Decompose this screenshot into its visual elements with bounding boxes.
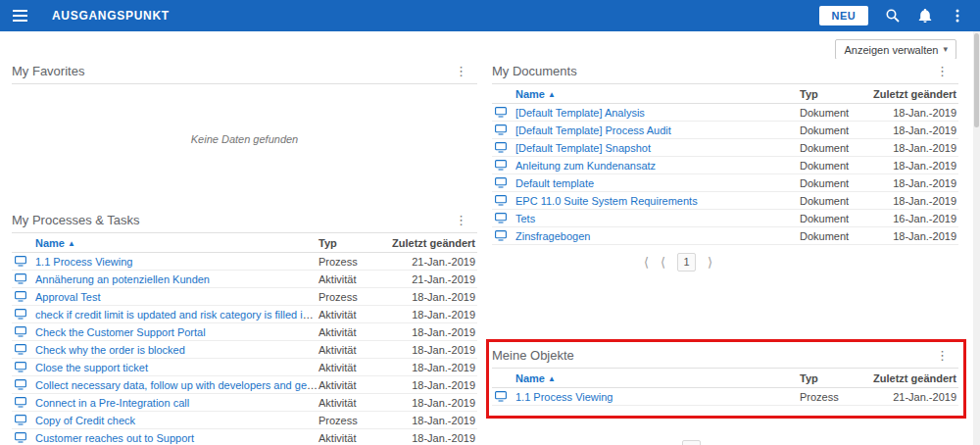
item-modified-date: 18-Jan.-2019 [868,124,958,136]
table-row[interactable]: Default template Dokument 18-Jan.-2019 [492,174,958,192]
objects-panel: Meine Objekte ⋮ Name▲ Typ Zuletzt geände… [492,343,958,406]
item-type: Aktivität [318,344,387,356]
model-monitor-icon [12,326,35,337]
item-name-link[interactable]: Annäherung an potenziellen Kunden [35,273,210,285]
item-modified-date: 18-Jan.-2019 [387,362,477,373]
model-monitor-icon [492,177,515,188]
table-row[interactable]: Connect in a Pre-Integration call Aktivi… [12,394,477,412]
typ-column-header[interactable]: Typ [318,237,387,249]
documents-table-body: [Default Template] Analysis Dokument 18-… [492,104,958,245]
typ-column-header[interactable]: Typ [800,372,868,384]
item-type: Aktivität [318,309,387,321]
hamburger-menu-icon[interactable] [13,10,27,22]
page-1-button[interactable]: 1 [677,253,696,272]
table-row[interactable]: EPC 11.0 Suite System Requirements Dokum… [492,192,958,210]
name-column-header[interactable]: Name▲ [515,372,800,384]
table-row[interactable]: Collect necessary data, follow up with d… [12,376,477,394]
objects-panel-header: Meine Objekte ⋮ [492,343,958,369]
item-name-link[interactable]: Anleitung zum Kundenansatz [515,160,656,172]
model-monitor-icon [12,344,35,355]
item-name-link[interactable]: Customer reaches out to Support [35,432,194,444]
item-modified-date: 18-Jan.-2019 [387,291,477,303]
kebab-menu-icon[interactable] [950,8,965,24]
bell-icon[interactable] [917,8,933,24]
typ-column-header[interactable]: Typ [800,88,868,100]
table-row[interactable]: 1.1 Process Viewing Prozess 21-Jan.-2019 [492,388,958,406]
name-column-header[interactable]: Name▲ [35,237,318,249]
objects-menu-icon[interactable]: ⋮ [932,349,953,362]
item-name-link[interactable]: Zinsfragebogen [515,230,590,242]
table-header-row: Name▲ Typ Zuletzt geändert [492,369,958,388]
favorites-menu-icon[interactable]: ⋮ [451,65,471,77]
modified-column-header[interactable]: Zuletzt geändert [868,372,958,384]
model-monitor-icon [492,160,515,171]
item-name-link[interactable]: Check the Customer Support Portal [35,326,206,338]
item-type: Dokument [800,177,868,189]
item-name-link[interactable]: 1.1 Process Viewing [515,391,612,403]
item-type: Prozess [318,415,387,426]
table-row[interactable]: [Default Template] Analysis Dokument 18-… [492,104,958,122]
table-row[interactable]: Zinsfragebogen Dokument 18-Jan.-2019 [492,227,958,245]
new-button[interactable]: NEU [819,6,868,25]
item-modified-date: 18-Jan.-2019 [387,379,477,391]
first-page-button[interactable]: ⟨ [644,256,649,269]
item-modified-date: 18-Jan.-2019 [868,195,958,207]
table-row[interactable]: Tets Dokument 16-Jan.-2019 [492,210,958,227]
model-monitor-icon [12,379,35,390]
manage-views-button[interactable]: Anzeigen verwalten ▾ [835,39,956,60]
item-name-link[interactable]: [Default Template] Analysis [515,107,645,119]
item-name-link[interactable]: Approval Test [35,291,100,303]
next-page-button[interactable]: ⟩ [708,256,712,269]
name-column-header[interactable]: Name▲ [515,88,800,100]
item-name-link[interactable]: EPC 11.0 Suite System Requirements [515,195,698,207]
item-type: Aktivität [318,432,387,444]
model-monitor-icon [492,195,515,206]
item-name-link[interactable]: check if credit limit is updated and ris… [35,309,318,321]
processes-menu-icon[interactable]: ⋮ [451,214,471,226]
item-name-link[interactable]: Default template [515,177,594,189]
table-row[interactable]: Check why the order is blocked Aktivität… [12,341,477,359]
item-name-link[interactable]: Copy of Credit check [35,415,135,426]
objects-page-1-button[interactable]: 1 [682,440,701,445]
vertical-scrollbar[interactable] [973,31,980,445]
item-type: Dokument [800,195,868,207]
model-monitor-icon [492,124,515,135]
table-row[interactable]: check if credit limit is updated and ris… [12,306,477,323]
item-name-link[interactable]: 1.1 Process Viewing [35,256,132,268]
table-row[interactable]: Customer reaches out to Support Aktivitä… [12,429,477,445]
search-icon[interactable] [885,8,901,24]
item-name-link[interactable]: [Default Template] Snapshot [515,142,651,154]
item-modified-date: 18-Jan.-2019 [868,230,958,242]
item-name-link[interactable]: Tets [515,213,535,224]
item-name-link[interactable]: Collect necessary data, follow up with d… [35,379,318,391]
item-modified-date: 18-Jan.-2019 [387,415,477,426]
processes-panel-title: My Processes & Tasks [12,213,140,227]
table-row[interactable]: [Default Template] Process Audit Dokumen… [492,122,958,139]
table-row[interactable]: 1.1 Process Viewing Prozess 21-Jan.-2019 [12,253,477,271]
item-name-link[interactable]: Close the support ticket [35,362,148,373]
table-row[interactable]: [Default Template] Snapshot Dokument 18-… [492,139,958,157]
item-modified-date: 21-Jan.-2019 [868,391,958,403]
objects-table-body: 1.1 Process Viewing Prozess 21-Jan.-2019 [492,388,958,406]
scrollbar-thumb[interactable] [974,33,979,127]
favorites-panel-title: My Favorites [12,64,84,78]
item-modified-date: 18-Jan.-2019 [387,432,477,444]
item-modified-date: 18-Jan.-2019 [868,160,958,172]
documents-menu-icon[interactable]: ⋮ [932,65,953,77]
item-name-link[interactable]: Connect in a Pre-Integration call [35,397,189,409]
table-row[interactable]: Anleitung zum Kundenansatz Dokument 18-J… [492,157,958,174]
model-monitor-icon [492,230,515,241]
modified-column-header[interactable]: Zuletzt geändert [868,88,958,100]
table-row[interactable]: Approval Test Prozess 18-Jan.-2019 [12,288,477,306]
header-actions: NEU [819,6,965,25]
item-name-link[interactable]: Check why the order is blocked [35,344,185,356]
table-row[interactable]: Copy of Credit check Prozess 18-Jan.-201… [12,412,477,429]
item-type: Aktivität [318,362,387,373]
item-name-link[interactable]: [Default Template] Process Audit [515,124,671,136]
processes-panel: My Processes & Tasks ⋮ Name▲ Typ Zuletzt… [12,208,477,445]
table-row[interactable]: Close the support ticket Aktivität 18-Ja… [12,359,477,376]
table-row[interactable]: Check the Customer Support Portal Aktivi… [12,323,477,341]
table-row[interactable]: Annäherung an potenziellen Kunden Aktivi… [12,271,477,288]
documents-panel: My Documents ⋮ Name▲ Typ Zuletzt geänder… [492,59,958,278]
prev-page-button[interactable]: ⟨ [661,256,665,269]
